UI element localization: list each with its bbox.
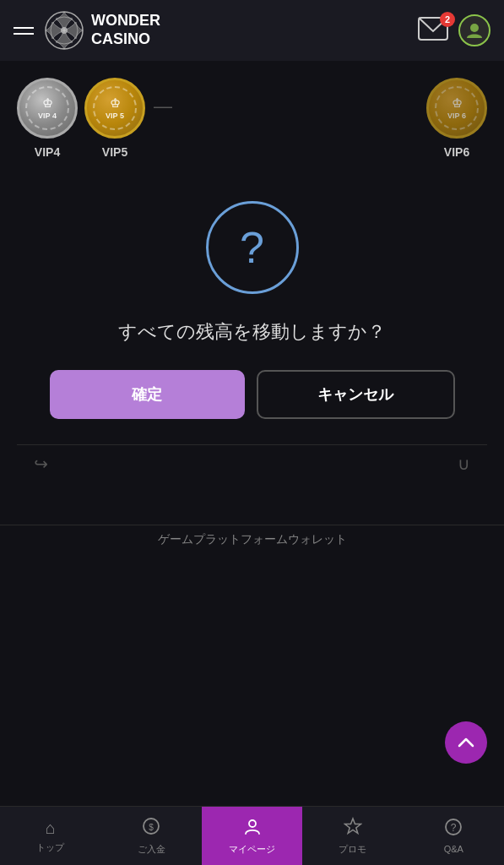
- main-content: ? すべての残高を移動しますか？ 確定 キャンセル ↩ ∪: [0, 167, 504, 499]
- logo-text: WONDER CASINO: [91, 12, 160, 48]
- user-icon: [243, 817, 262, 840]
- header: WONDER CASINO 2: [0, 0, 504, 61]
- vip5-crown-icon: ♔: [110, 96, 121, 110]
- vip4-chip-label: VIP 4: [38, 112, 57, 120]
- vip5-chip: ♔ VIP 5: [84, 78, 145, 139]
- question-circle: ?: [206, 201, 299, 294]
- promo-icon: [344, 817, 362, 840]
- question-mark-icon: ?: [240, 226, 264, 269]
- vip-chips-section: ♔ VIP 4 VIP4 ♔ VIP 5 VIP5 — ♔ VIP 6 VIP6: [0, 61, 504, 167]
- nav-label-promo: プロモ: [339, 843, 366, 856]
- nav-item-top[interactable]: ⌂ トップ: [0, 807, 100, 865]
- vip6-item[interactable]: ♔ VIP 6 VIP6: [426, 78, 487, 159]
- vip5-chip-label: VIP 5: [106, 112, 124, 120]
- dialog-text: すべての残高を移動しますか？: [118, 319, 386, 345]
- avatar-button[interactable]: [458, 14, 490, 46]
- vip5-chip-inner: ♔ VIP 5: [93, 86, 137, 130]
- svg-point-2: [61, 27, 68, 34]
- svg-text:?: ?: [451, 822, 457, 834]
- cancel-button[interactable]: キャンセル: [257, 370, 455, 419]
- svg-text:$: $: [149, 822, 154, 831]
- confirm-button[interactable]: 確定: [50, 370, 245, 419]
- chevron-up-icon: [457, 733, 475, 752]
- vip5-label: VIP5: [102, 145, 127, 159]
- vip6-label: VIP6: [444, 145, 469, 159]
- qa-icon: ?: [444, 818, 463, 841]
- partial-left-icon: ↩: [34, 454, 48, 474]
- vip4-item[interactable]: ♔ VIP 4 VIP4: [17, 78, 78, 159]
- header-right: 2: [418, 14, 490, 46]
- vip6-chip: ♔ VIP 6: [426, 78, 487, 139]
- nav-label-top: トップ: [36, 841, 64, 854]
- vip4-crown-icon: ♔: [42, 96, 53, 110]
- vip4-chip-inner: ♔ VIP 4: [25, 86, 69, 130]
- nav-label-qa: Q&A: [444, 844, 463, 854]
- nav-label-mypage: マイページ: [229, 843, 275, 856]
- button-row: 確定 キャンセル: [50, 370, 455, 419]
- vip6-chip-label: VIP 6: [447, 112, 466, 120]
- partial-right-icon: ∪: [458, 454, 470, 474]
- nav-item-mypage[interactable]: マイページ: [202, 807, 302, 865]
- mail-badge: 2: [440, 12, 455, 27]
- vip4-label: VIP4: [35, 145, 60, 159]
- bottom-nav: ⌂ トップ $ ご入金 マイページ プロモ: [0, 806, 504, 865]
- nav-item-deposit[interactable]: $ ご入金: [100, 807, 201, 865]
- vip6-chip-inner: ♔ VIP 6: [435, 86, 479, 130]
- nav-item-promo[interactable]: プロモ: [302, 807, 403, 865]
- dash-separator: —: [154, 95, 172, 117]
- nav-item-qa[interactable]: ? Q&A: [404, 807, 504, 865]
- header-left: WONDER CASINO: [14, 10, 160, 51]
- vip5-item[interactable]: ♔ VIP 5 VIP5: [84, 78, 145, 159]
- logo-emblem-icon: [44, 10, 84, 51]
- svg-point-4: [470, 24, 479, 32]
- avatar-icon: [465, 21, 484, 40]
- partial-bottom-row: ↩ ∪: [17, 444, 487, 482]
- mail-button[interactable]: 2: [418, 17, 448, 44]
- wallet-label: ゲームプラットフォームウォレット: [0, 525, 504, 554]
- vip4-chip: ♔ VIP 4: [17, 78, 78, 139]
- scroll-top-button[interactable]: [445, 721, 487, 764]
- vip6-crown-icon: ♔: [452, 96, 463, 110]
- svg-marker-8: [344, 819, 360, 834]
- nav-label-deposit: ご入金: [138, 843, 165, 856]
- deposit-icon: $: [142, 817, 160, 840]
- hamburger-menu[interactable]: [14, 27, 34, 35]
- svg-point-7: [249, 820, 256, 827]
- home-icon: ⌂: [46, 819, 56, 838]
- logo-area: WONDER CASINO: [44, 10, 160, 51]
